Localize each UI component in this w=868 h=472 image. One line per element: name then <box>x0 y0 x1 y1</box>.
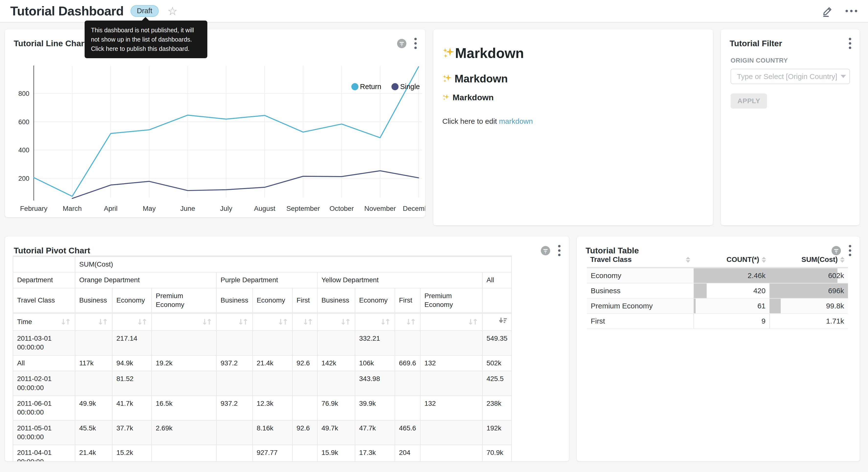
cell-count: 2.46k <box>694 268 770 284</box>
pivot-cell <box>253 331 292 355</box>
pivot-group-header: Yellow Department <box>317 272 483 288</box>
svg-text:200: 200 <box>18 175 29 182</box>
pivot-cell: 15.2k <box>112 445 152 461</box>
pivot-cell: 12.3k <box>253 396 292 420</box>
svg-text:800: 800 <box>18 90 29 97</box>
pivot-class-header: Premium Economy <box>420 288 483 313</box>
filter-title: Tutorial Filter <box>730 39 782 48</box>
kebab-menu-icon[interactable] <box>558 245 561 256</box>
sort-caret-icon[interactable] <box>762 257 766 263</box>
pivot-cell: 49.9k <box>75 396 112 420</box>
legend-label: Single <box>400 83 420 91</box>
cell-count: 61 <box>694 298 770 314</box>
sort-icon[interactable]: ↓↑ <box>405 318 416 326</box>
kebab-menu-icon[interactable] <box>414 38 417 49</box>
sort-icon[interactable]: ↓↑ <box>202 318 212 326</box>
pivot-sort-cell: ↓↑ <box>420 313 483 331</box>
draft-tooltip: This dashboard is not published, it will… <box>85 21 207 58</box>
sort-icon[interactable]: ↓↑ <box>278 318 288 326</box>
pivot-row: 2011-03-01 00:00:00217.14332.21549.35 <box>13 331 512 355</box>
sort-icon[interactable]: ↓↑ <box>137 318 148 326</box>
tooltip-line: This dashboard is not published, it will <box>91 25 201 35</box>
markdown-edit-link[interactable]: markdown <box>499 117 533 125</box>
pivot-cell: 937.2 <box>216 396 253 420</box>
pivot-row-label: 2011-04-01 00:00:00 <box>13 445 75 461</box>
pivot-row: 2011-06-01 00:00:0049.9k41.7k16.5k937.21… <box>13 396 512 420</box>
pivot-cell: 39.9k <box>355 396 395 420</box>
pivot-cell <box>420 420 483 445</box>
pivot-sort-cell: ↓↑ <box>292 313 317 331</box>
favorite-star-icon[interactable]: ☆ <box>167 5 178 17</box>
tooltip-line: not show up in the list of dashboards. <box>91 35 201 44</box>
svg-text:December: December <box>403 205 425 212</box>
pivot-dim-travel-class: Travel Class <box>13 288 75 313</box>
svg-text:March: March <box>63 205 82 212</box>
markdown-h2: Markdown <box>442 72 703 86</box>
cell-count: 9 <box>694 314 770 329</box>
pivot-cell: 19.2k <box>152 355 216 371</box>
chart-legend: ReturnSingle <box>351 83 420 91</box>
edit-dashboard-icon[interactable] <box>822 5 834 17</box>
pivot-row-label: 2011-05-01 00:00:00 <box>13 420 75 445</box>
sort-caret-icon[interactable] <box>840 257 844 263</box>
line-chart: 200400600800FebruaryMarchAprilMayJuneJul… <box>5 29 425 217</box>
pivot-cell <box>75 331 112 355</box>
sort-icon[interactable]: ↓↑ <box>467 318 478 326</box>
pivot-class-header: Business <box>75 288 112 313</box>
chart-title: Tutorial Line Chart <box>14 39 87 48</box>
pivot-cell: 117k <box>75 355 112 371</box>
pivot-cell <box>152 445 216 461</box>
markdown-h3: Markdown <box>442 93 703 103</box>
svg-text:April: April <box>104 205 118 212</box>
svg-text:August: August <box>254 205 275 212</box>
pivot-cell: 81.52 <box>112 371 152 396</box>
sort-icon[interactable]: ↓↑ <box>60 317 71 327</box>
sort-icon[interactable]: ↓↑ <box>303 318 313 326</box>
sort-caret-icon[interactable] <box>686 257 690 263</box>
legend-item-single[interactable]: Single <box>392 83 420 91</box>
kebab-menu-icon[interactable] <box>849 245 851 256</box>
markdown-card[interactable]: Markdown Markdown Markdown Click here to… <box>433 29 713 225</box>
filter-indicator-icon[interactable] <box>541 246 550 255</box>
legend-item-return[interactable]: Return <box>351 83 381 91</box>
kebab-menu-icon[interactable] <box>849 38 851 49</box>
pivot-cell: 16.5k <box>152 396 216 420</box>
pivot-cell: 927.77 <box>253 445 292 461</box>
pivot-corner-cell <box>13 256 75 272</box>
cell-travel-class: Premium Economy <box>587 298 694 314</box>
sort-icon[interactable]: ↓↑ <box>380 318 391 326</box>
pivot-cell: 132 <box>420 355 483 371</box>
more-options-icon[interactable] <box>845 9 858 12</box>
pivot-cell <box>292 371 317 396</box>
pivot-class-header: Economy <box>355 288 395 313</box>
pivot-cell: 92.6 <box>292 420 317 445</box>
pivot-cell: 41.7k <box>112 396 152 420</box>
sort-icon[interactable]: ↓↑ <box>340 318 351 326</box>
pivot-row-label: 2011-06-01 00:00:00 <box>13 396 75 420</box>
sort-desc-active-icon[interactable] <box>499 319 507 326</box>
pivot-cell <box>317 371 355 396</box>
pivot-dim-department: Department <box>13 272 75 288</box>
pivot-cell <box>292 331 317 355</box>
table-row: First91.71k <box>587 314 848 329</box>
pivot-sort-cell: ↓↑ <box>253 313 292 331</box>
pivot-cell <box>395 371 420 396</box>
cell-sum-cost: 602k <box>770 268 848 284</box>
pivot-row-label: 2011-03-01 00:00:00 <box>13 331 75 355</box>
pivot-cell <box>395 331 420 355</box>
pivot-row: 2011-05-01 00:00:0045.5k37.7k2.69k8.16k9… <box>13 420 512 445</box>
pivot-cell: 669.6 <box>395 355 420 371</box>
pivot-class-header: Business <box>317 288 355 313</box>
filter-indicator-icon[interactable] <box>397 39 406 48</box>
filter-indicator-icon[interactable] <box>832 246 841 255</box>
table-row: Business420696k <box>587 283 848 298</box>
pivot-chart-card: Tutorial Pivot Chart SUM(Cost)Department… <box>5 236 569 461</box>
origin-country-select[interactable]: Type or Select [Origin Country] <box>731 69 850 84</box>
pivot-row: 2011-02-01 00:00:0081.52343.98425.5 <box>13 371 512 396</box>
sort-icon[interactable]: ↓↑ <box>238 318 248 326</box>
apply-button[interactable]: APPLY <box>731 93 767 109</box>
pivot-cell <box>216 445 253 461</box>
sort-icon[interactable]: ↓↑ <box>97 318 108 326</box>
pivot-cell <box>216 420 253 445</box>
draft-badge[interactable]: Draft <box>130 5 159 17</box>
